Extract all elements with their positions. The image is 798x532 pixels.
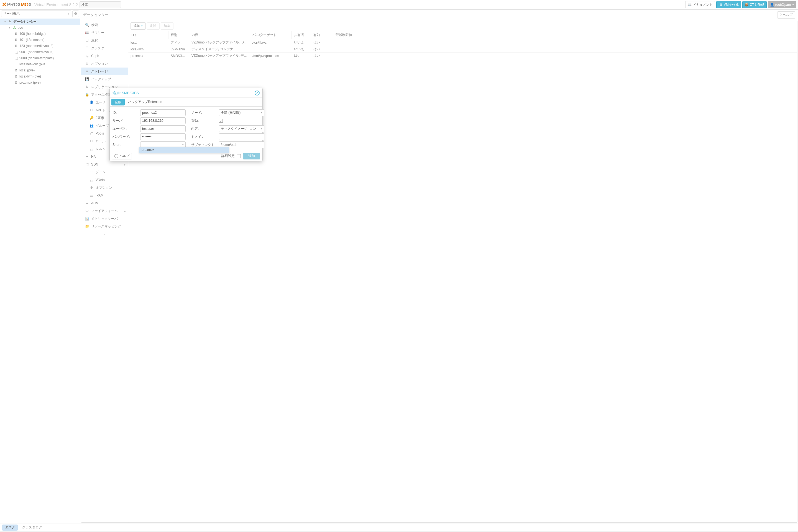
dc-nav-------[interactable]: 💾バックアップ	[81, 75, 128, 83]
modal-close-button[interactable]: ✕	[255, 91, 260, 95]
tree-node-pve[interactable]: ▾🖧pve	[0, 25, 80, 31]
metric-icon: 📊	[85, 217, 89, 221]
dc-nav-acme[interactable]: ●ACME	[81, 199, 128, 207]
input-id[interactable]	[140, 109, 186, 116]
modal-submit-button[interactable]: 追加	[243, 153, 260, 159]
fw-icon: 🛡	[85, 209, 89, 213]
tree-vm-123[interactable]: 🖥123 (openmediavault2)	[0, 43, 80, 49]
tree-datacenter[interactable]: ▾🗄データセンター	[0, 19, 80, 25]
tree-network[interactable]: ⚏localnetwork (pve)	[0, 61, 80, 67]
logo-x-icon: ✕	[2, 1, 7, 8]
nav-expand-toggle[interactable]: ⌄	[81, 230, 128, 237]
sdn-icon: ⬚	[85, 163, 89, 166]
label-node: ノード:	[191, 111, 219, 115]
nav-label: SDN	[91, 163, 98, 166]
storage-icon: 🗎	[14, 80, 18, 85]
dc-nav-----[interactable]: 📖サマリー	[81, 29, 128, 37]
version-label: Virtual Environment 8.2.2	[34, 2, 78, 7]
user-menu-button[interactable]: 👤root@pam▾	[768, 1, 796, 8]
dc-nav------[interactable]: ⚙オプション	[81, 184, 128, 192]
cell-id: local-lvm	[128, 46, 168, 52]
nav-label: 2要素	[96, 116, 104, 120]
ceph-icon: ◎	[85, 54, 89, 58]
input-password[interactable]	[140, 133, 186, 140]
dc-nav-ceph[interactable]: ◎Ceph	[81, 52, 128, 60]
col-path[interactable]: パス/ターゲット	[250, 31, 292, 39]
share-option-proxmox[interactable]: proxmox	[139, 147, 229, 153]
remove-storage-button[interactable]: 削除	[147, 22, 160, 30]
tree-storage-local[interactable]: 🗎local (pve)	[0, 67, 80, 73]
token-icon: ☐	[90, 108, 93, 112]
col-bw[interactable]: 帯域制限値	[333, 31, 797, 39]
edit-storage-button[interactable]: 編集	[161, 22, 174, 30]
collapse-icon: ▾	[4, 20, 7, 23]
view-selector[interactable]: サーバ表示▾	[1, 11, 71, 17]
chevron-down-icon: ▾	[261, 111, 262, 114]
help-button[interactable]: ?ヘルプ	[777, 11, 795, 19]
tree-storage-proxmox[interactable]: 🗎proxmox (pve)	[0, 79, 80, 86]
tree-ct-9000[interactable]: ⬚9000 (debian-template)	[0, 55, 80, 61]
docs-button[interactable]: 📖ドキュメント	[685, 1, 715, 8]
cell-content: VZDump バックアップファイル, IS...	[189, 39, 250, 46]
checkbox-enabled[interactable]: ✓	[219, 119, 223, 122]
dc-nav---[interactable]: 🔍検索	[81, 21, 128, 29]
user-icon: 👤	[770, 3, 774, 7]
dc-nav-vnets[interactable]: ⬚VNets	[81, 176, 128, 184]
nav-label: リソースマッピング	[91, 224, 121, 229]
col-enabled[interactable]: 有効	[311, 31, 333, 39]
advanced-checkbox[interactable]	[237, 154, 241, 158]
global-search-input[interactable]	[79, 1, 121, 8]
add-storage-button[interactable]: 追加▾	[130, 22, 146, 30]
network-icon: ⚏	[14, 62, 18, 66]
create-vm-button[interactable]: 🖥VMを作成	[716, 1, 741, 8]
tree-storage-local-lvm[interactable]: 🗎local-lvm (pve)	[0, 73, 80, 79]
label-server: サーバ:	[112, 118, 140, 123]
gear-icon: ⚙	[85, 62, 89, 65]
storage-row[interactable]: local-lvmLVM-Thinディスクイメージ, コンテナいいえはい	[128, 46, 797, 53]
input-username[interactable]	[140, 126, 186, 132]
nav-label: ゾーン	[96, 170, 106, 175]
chevron-down-icon: ▾	[793, 3, 794, 6]
check-icon: ✓	[220, 119, 222, 122]
cell-bw	[333, 46, 797, 52]
chevron-down-icon: ▾	[68, 13, 69, 15]
dc-nav------[interactable]: ⚙オプション	[81, 60, 128, 68]
search-icon: 🔍	[85, 23, 89, 27]
input-server[interactable]	[140, 117, 186, 124]
label-id: ID:	[112, 111, 140, 115]
monitor-icon: 🖥	[14, 38, 18, 42]
dc-nav-----[interactable]: ☰クラスタ	[81, 44, 128, 52]
select-node[interactable]: 全部 (無制限)▾	[219, 109, 264, 116]
dc-nav---[interactable]: ☐注釈	[81, 37, 128, 44]
modal-help-button[interactable]: ?ヘルプ	[112, 153, 132, 159]
storage-row[interactable]: localディレ...VZDump バックアップファイル, IS.../var/…	[128, 39, 797, 46]
dc-nav---------[interactable]: 🛡ファイアウォール▸	[81, 207, 128, 215]
tree-ct-9001[interactable]: ⬚9001 (openmediavault)	[0, 49, 80, 55]
tree-settings-button[interactable]: ⚙	[72, 11, 79, 17]
dc-nav------[interactable]: ≡ストレージ	[81, 68, 128, 75]
cell-content: ディスクイメージ, コンテナ	[189, 46, 250, 52]
col-shared[interactable]: 共有済	[292, 31, 311, 39]
dc-nav-ipam[interactable]: ☰IPAM	[81, 192, 128, 199]
label-share: Share:	[112, 143, 140, 147]
col-type[interactable]: 種別	[168, 31, 189, 39]
nav-label: ACME	[91, 201, 101, 205]
select-content[interactable]: ディスクイメージ, コン▾	[219, 126, 264, 132]
cell-shared: いいえ	[292, 39, 311, 46]
tab-general[interactable]: 全般	[111, 99, 125, 106]
dc-nav----[interactable]: ⚏ゾーン	[81, 168, 128, 176]
dc-nav---------[interactable]: 📊メトリックサーバ	[81, 215, 128, 223]
dc-nav----------[interactable]: 📁リソースマッピング	[81, 223, 128, 230]
input-domain[interactable]	[219, 133, 264, 140]
tree-vm-100[interactable]: 🖥100 (homebridge)	[0, 31, 80, 37]
cell-bw	[333, 39, 797, 46]
tab-retention[interactable]: バックアップRetention	[125, 98, 165, 106]
cell-id: local	[128, 39, 168, 46]
create-ct-button[interactable]: 📦CTを作成	[742, 1, 767, 8]
storage-row[interactable]: proxmoxSMB/CI...VZDump バックアップファイル, デ.../…	[128, 53, 797, 59]
dc-nav-sdn[interactable]: ⬚SDN▸	[81, 160, 128, 168]
col-id[interactable]: ID ↑	[128, 31, 168, 39]
col-content[interactable]: 内容	[189, 31, 250, 39]
realm-icon: ⬚	[90, 147, 93, 151]
tree-vm-101[interactable]: 🖥101 (k3s-master)	[0, 37, 80, 43]
